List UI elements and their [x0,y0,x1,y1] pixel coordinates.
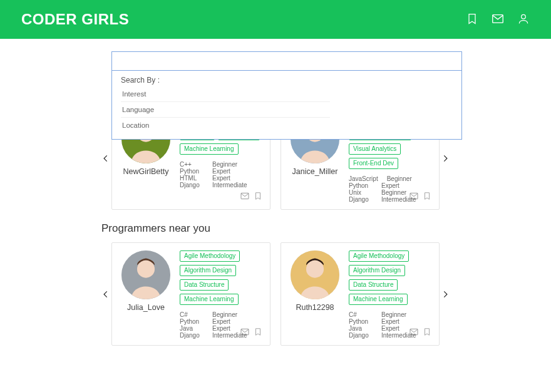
skill-level: Expert [212,168,230,175]
interest-tag[interactable]: Machine Learning [349,294,408,305]
search-option-location[interactable]: Location [121,118,330,133]
top-actions [466,12,530,28]
svg-point-12 [306,260,324,278]
profile-card: Ruth12298 Agile MethodologyAlgorithm Des… [281,242,440,346]
svg-point-1 [522,14,526,19]
mail-icon[interactable] [409,191,419,203]
skill-lang: Django [349,332,373,339]
skill-level: Beginner [212,161,237,168]
bookmark-icon[interactable] [466,13,478,27]
interest-tag[interactable]: Data Structure [180,279,229,291]
svg-point-9 [137,260,155,278]
tag-row: Agile MethodologyAlgorithm DesignData St… [349,250,430,305]
mail-icon[interactable] [409,327,419,339]
avatar[interactable] [121,250,170,299]
tag-row: Agile MethodologyAlgorithm DesignData St… [180,250,261,305]
skill-row: C#Beginner [180,311,261,318]
cards-near-you: Julia_Love Agile MethodologyAlgorithm De… [111,242,440,346]
skill-lang: C++ [180,161,203,168]
skill-row: HTMLExpert [180,175,261,182]
skill-lang: Django [180,332,203,339]
section-title: Programmers near you [101,222,451,235]
username[interactable]: NewGirlBetty [123,167,169,176]
username[interactable]: Julia_Love [127,303,165,312]
chevron-left-icon[interactable] [100,290,111,299]
skill-level: Beginner [381,311,406,318]
svg-rect-0 [493,14,503,23]
bookmark-icon[interactable] [254,327,262,339]
skill-lang: Python [180,318,203,325]
interest-tag[interactable]: Algorithm Design [349,265,405,276]
card-actions [409,327,431,339]
interest-tag[interactable]: Agile Methodology [349,250,409,262]
interest-tag[interactable]: Agile Methodology [180,250,240,262]
interest-tag[interactable]: Algorithm Design [180,265,236,276]
skill-lang: JavaScript [349,175,378,182]
interest-tag[interactable]: Machine Learning [180,143,239,155]
skill-row: JavaScriptBeginner [349,175,430,182]
skill-lang: Python [180,168,203,175]
bookmark-icon[interactable] [254,191,262,203]
mail-icon[interactable] [240,191,250,203]
skill-lang: Java [349,325,373,332]
skill-level: Beginner [387,175,412,182]
user-icon[interactable] [517,13,530,27]
chevron-right-icon[interactable] [440,290,451,299]
skill-row: C#Beginner [349,311,430,318]
skill-lang: Django [180,182,203,188]
skill-lang: C# [349,311,373,318]
skill-level: Expert [381,182,399,189]
avatar[interactable] [291,250,339,299]
skill-lang: Django [349,196,373,203]
skill-level: Expert [381,318,399,325]
svg-rect-7 [410,193,418,199]
search-input[interactable] [112,52,461,71]
skill-level: Expert [212,175,230,182]
interest-tag[interactable]: Visual Analytics [349,143,401,155]
skill-row: PythonExpert [180,318,261,325]
skill-row: C++Beginner [180,161,261,168]
skill-lang: Java [180,325,203,332]
card-actions [240,191,262,203]
mail-icon[interactable] [240,327,250,339]
bookmark-icon[interactable] [423,327,431,339]
card-actions [240,327,262,339]
skill-lang: Unix [349,189,373,196]
skill-lang: HTML [180,175,203,182]
skill-lang: C# [180,311,203,318]
search-option-language[interactable]: Language [121,102,330,118]
chevron-left-icon[interactable] [100,154,111,163]
search-panel: Search By : Interest Language Location [111,51,462,140]
brand-title: CODER GIRLS [21,11,129,28]
skill-lang: Python [349,182,373,189]
interest-tag[interactable]: Front-End Dev [349,158,398,169]
skill-level: Beginner [381,189,406,196]
svg-rect-4 [241,193,249,199]
username[interactable]: Ruth12298 [296,303,334,312]
card-actions [409,191,431,203]
top-bar: CODER GIRLS [0,0,551,39]
svg-rect-13 [410,329,418,334]
profile-card: Julia_Love Agile MethodologyAlgorithm De… [111,242,270,346]
mail-icon[interactable] [491,12,505,28]
skill-row: PythonExpert [349,182,430,189]
skill-lang: Python [349,318,373,325]
skills-list: C++BeginnerPythonExpertHTMLExpertDjangoI… [180,161,261,188]
search-by-label: Search By : [121,76,453,85]
skill-row: PythonExpert [180,168,261,175]
skill-level: Beginner [212,311,237,318]
interest-tag[interactable]: Machine Learning [180,294,239,305]
search-option-interest[interactable]: Interest [121,86,330,102]
skill-level: Expert [212,318,230,325]
skill-row: DjangoIntermediate [180,182,261,188]
carousel-near-you: Julia_Love Agile MethodologyAlgorithm De… [100,242,451,346]
username[interactable]: Janice_Miller [292,167,338,176]
interest-tag[interactable]: Data Structure [349,279,398,291]
skill-row: PythonExpert [349,318,430,325]
skill-level: Expert [381,325,399,332]
skill-level: Expert [212,325,230,332]
chevron-right-icon[interactable] [440,154,451,163]
svg-rect-10 [241,329,249,334]
bookmark-icon[interactable] [423,191,431,203]
skill-level: Intermediate [212,182,247,188]
